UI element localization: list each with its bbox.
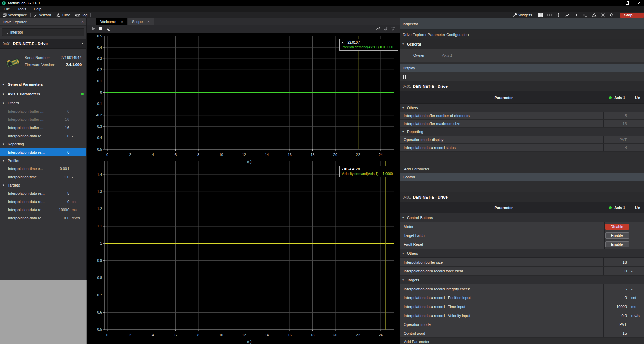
tree-item[interactable]: Interpolation data re...5- [0, 189, 86, 198]
close-icon[interactable]: × [147, 20, 149, 24]
param-group-others[interactable]: ▾Others [400, 249, 644, 258]
svg-text:1.3: 1.3 [97, 190, 102, 194]
scope-plot-area[interactable]: 0.50.40.30.20.10-0.1-0.2-0.3-0.4-0.50246… [87, 33, 400, 344]
table-row[interactable]: Interpolation data record integrity chec… [400, 284, 644, 293]
pause-indicator[interactable] [400, 72, 644, 81]
parameter-value[interactable]: 16 [604, 258, 629, 266]
parameter-value[interactable]: PVT [604, 320, 629, 329]
param-group-control-buttons[interactable]: ▾Control Buttons [400, 213, 644, 222]
wizard-button[interactable]: Wizard [31, 12, 53, 18]
tree-item[interactable]: Interpolation data re...10000ms [0, 206, 86, 214]
table-row[interactable]: Control word15- [400, 329, 644, 338]
table-row[interactable]: Operation mode displayPVT- [400, 136, 644, 144]
tree-item[interactable]: Interpolation data re...0- [0, 148, 86, 156]
warning-icon[interactable] [590, 12, 598, 18]
table-icon[interactable] [536, 12, 545, 18]
widget-header-display[interactable]: Display [400, 64, 644, 72]
tab-welcome[interactable]: Welcome × [96, 18, 127, 25]
param-group-targets[interactable]: ▾Targets [400, 276, 644, 284]
hide-all-curves-icon[interactable] [389, 25, 397, 33]
widget-gap [400, 181, 644, 192]
restore-button[interactable] [622, 0, 633, 6]
bell-icon[interactable] [607, 12, 616, 18]
table-row[interactable]: MotorDisable [400, 222, 644, 231]
eye-icon[interactable] [545, 12, 554, 18]
parameter-value[interactable]: PVT [604, 136, 629, 143]
param-group-reporting[interactable]: ▾Reporting [400, 128, 644, 136]
parameter-label: Interpolation buffer ... [8, 109, 54, 113]
general-section[interactable]: ▾ General [400, 39, 644, 49]
widget-header-control[interactable]: Control [400, 173, 644, 181]
pulse-icon[interactable] [572, 12, 581, 18]
parameter-value[interactable]: 0 [604, 267, 629, 275]
owner-value[interactable]: Axis 1 [442, 53, 452, 58]
sidebar-section-axis-1-parameters[interactable]: ▾Axis 1 Parameters [0, 89, 86, 99]
hide-curves-icon[interactable] [382, 25, 389, 33]
tune-button[interactable]: Tune [53, 12, 73, 18]
tab-scope[interactable]: Scope × [128, 18, 154, 25]
tree-item[interactable]: Interpolation data re...0cnt [0, 198, 86, 206]
tree-item[interactable]: Interpolation buffer ...16- [0, 124, 86, 132]
tree-group-reporting[interactable]: ▾Reporting [0, 140, 86, 148]
table-row[interactable]: Operation modePVT- [400, 320, 644, 329]
chart-icon[interactable] [563, 12, 572, 18]
table-row[interactable]: Interpolation data record - Position inp… [400, 293, 644, 302]
widgets-button[interactable]: Widgets [510, 12, 534, 18]
column-header: ParameterAxis 1Un [400, 91, 644, 104]
parameter-value[interactable]: 0 [604, 293, 629, 302]
close-icon[interactable]: × [81, 20, 84, 24]
enable-button[interactable]: Enable [605, 241, 629, 247]
tree-item[interactable]: Interpolation time e...0.001- [0, 165, 86, 173]
table-row[interactable]: Interpolation data record force clear0- [400, 267, 644, 276]
device-selector[interactable]: 0x01 DEN-NET-E - Drive ▼ [0, 39, 86, 49]
minimize-button[interactable] [611, 0, 622, 6]
stop-icon[interactable] [97, 25, 105, 33]
menu-tools[interactable]: Tools [14, 7, 30, 11]
tree-item[interactable]: Interpolation buffer ...16- [0, 115, 86, 124]
trend-line-icon[interactable] [374, 25, 382, 33]
tree-item[interactable]: Interpolation buffer ...0- [0, 107, 86, 115]
parameter-value[interactable]: 5 [604, 284, 629, 293]
add-parameter-button[interactable]: Add Parameter [400, 338, 644, 344]
tree-group-profiler[interactable]: ▾Profiler [0, 156, 86, 165]
tree-item[interactable]: Interpolation data re...0- [0, 132, 86, 140]
disable-button[interactable]: Disable [605, 224, 629, 230]
tree-group-targets[interactable]: ▾Targets [0, 181, 86, 189]
table-row[interactable]: Interpolation buffer maximum size16- [400, 120, 644, 128]
param-group-others[interactable]: ▾Others [400, 104, 644, 112]
parameter-value[interactable]: 15 [604, 329, 629, 337]
tree-item[interactable]: Interpolation data re...0.0rev/s [0, 214, 86, 222]
stop-button[interactable]: Stop [620, 13, 644, 18]
table-row[interactable]: Interpolation data record - Velocity inp… [400, 311, 644, 320]
menu-file[interactable]: File [0, 7, 14, 11]
add-parameter-button[interactable]: Add Parameter [400, 165, 644, 173]
parameter-value[interactable]: 16 [604, 120, 629, 127]
close-icon[interactable]: × [121, 20, 123, 24]
table-row[interactable]: Interpolation buffer size16- [400, 258, 644, 267]
parameter-value[interactable]: 0.0 [604, 311, 629, 320]
scope-charts[interactable]: 0.50.40.30.20.10-0.1-0.2-0.3-0.4-0.50246… [87, 33, 400, 344]
play-icon[interactable] [89, 25, 97, 33]
move-icon[interactable] [554, 12, 563, 18]
table-row[interactable]: Interpolation buffer number of elements5… [400, 112, 644, 120]
svg-text:-0.1: -0.1 [96, 102, 102, 106]
tree-group-others[interactable]: ▾Others [0, 99, 86, 107]
parameter-value[interactable]: 10000 [604, 302, 629, 311]
close-icon[interactable] [633, 0, 644, 6]
parameter-value[interactable]: 8 [604, 144, 629, 151]
workspace-button[interactable]: Workspace [0, 12, 29, 18]
jog-button[interactable]: Jog [73, 12, 90, 18]
table-row[interactable]: Interpolation data record - Time input10… [400, 302, 644, 311]
table-row[interactable]: Fault ResetEnable [400, 240, 644, 249]
tree-item[interactable]: Interpolation time ...1.0- [0, 173, 86, 181]
table-row[interactable]: Interpolation data record status8- [400, 144, 644, 152]
search-input[interactable]: interpol [2, 28, 84, 36]
sidebar-section-general-parameters[interactable]: ▸General Parameters [0, 79, 86, 89]
menu-help[interactable]: Help [30, 7, 45, 11]
clear-eraser-icon[interactable] [105, 25, 112, 33]
enable-button[interactable]: Enable [605, 232, 629, 239]
gear-icon[interactable] [598, 12, 607, 18]
parameter-value[interactable]: 5 [604, 112, 629, 119]
table-row[interactable]: Target LatchEnable [400, 231, 644, 240]
terminal-icon[interactable] [581, 12, 590, 18]
